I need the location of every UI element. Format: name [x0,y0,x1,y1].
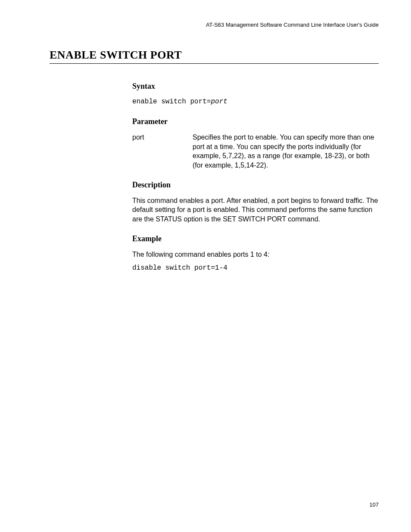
parameter-heading: Parameter [132,116,379,127]
page-number: 107 [369,501,379,508]
syntax-command-prefix: enable switch port= [132,98,211,106]
running-header: AT-S63 Management Software Command Line … [50,22,379,28]
description-text: This command enables a port. After enabl… [132,196,379,224]
parameter-row: port Specifies the port to enable. You c… [132,133,379,170]
syntax-command: enable switch port=port [132,97,379,107]
page-title: ENABLE SWITCH PORT [50,49,379,64]
example-heading: Example [132,233,379,244]
parameter-description: Specifies the port to enable. You can sp… [193,133,379,170]
example-command: disable switch port=1-4 [132,264,379,273]
document-page: AT-S63 Management Software Command Line … [0,0,411,532]
syntax-heading: Syntax [132,81,379,91]
syntax-command-arg: port [211,98,227,106]
content-area: Syntax enable switch port=port Parameter… [132,81,379,273]
description-heading: Description [132,180,379,190]
parameter-name: port [132,133,193,142]
example-intro: The following command enables ports 1 to… [132,250,379,259]
